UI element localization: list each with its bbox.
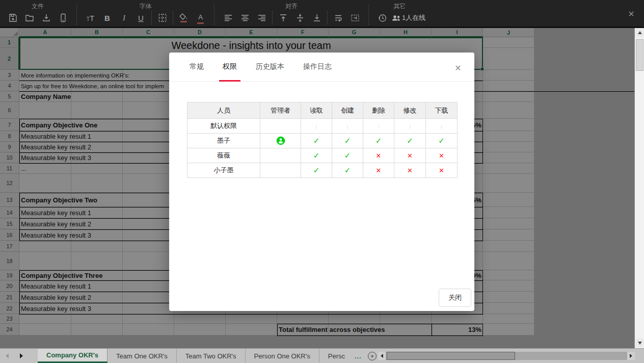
perm-cell-check[interactable]: ✓	[332, 134, 363, 148]
more-sheets-button[interactable]: ...	[351, 349, 366, 363]
perm-cell-manager[interactable]	[260, 134, 301, 148]
perm-cell-check[interactable]: ✓	[301, 163, 332, 178]
perm-cell-cross[interactable]: ✕	[363, 163, 394, 178]
perm-cell-check[interactable]: ✓	[301, 148, 332, 163]
cross-icon: ✕	[439, 152, 444, 160]
perm-cell-arrow[interactable]: ↓	[426, 119, 458, 134]
vertical-scrollbar-thumb[interactable]	[636, 39, 643, 71]
horizontal-scrollbar-thumb[interactable]	[387, 352, 515, 360]
bold-icon[interactable]: B	[99, 11, 116, 24]
align-right-icon[interactable]	[253, 11, 270, 24]
perm-cell-arrow[interactable]: ↓	[363, 119, 394, 134]
download-icon[interactable]	[38, 11, 55, 24]
vertical-scrollbar[interactable]	[634, 28, 644, 348]
toolbar-group-label: 对齐	[285, 2, 298, 10]
toolbar-separator	[327, 11, 328, 24]
check-icon: ✓	[438, 136, 445, 145]
perm-table-row: 小子墨✓✓✕✕✕	[187, 163, 458, 178]
fill-color-icon[interactable]	[175, 11, 192, 24]
scroll-right-button[interactable]	[627, 352, 635, 360]
perm-col-header-5: 删除	[363, 102, 394, 119]
align-top-icon[interactable]	[275, 11, 291, 24]
window-close-icon[interactable]: ✕	[626, 8, 637, 19]
dialog-close-icon[interactable]: ✕	[453, 63, 463, 73]
perm-person-name: 默认权限	[187, 119, 260, 134]
borders-icon[interactable]	[154, 11, 171, 24]
toolbar-group-label: 字体	[140, 2, 152, 10]
perm-cell-arrow[interactable]: ↓	[394, 119, 426, 134]
horizontal-scrollbar[interactable]	[378, 352, 635, 360]
perm-col-header-7: 下载	[426, 102, 458, 119]
dialog-tab-常规[interactable]: 常规	[190, 53, 204, 82]
arrow-down-icon: ↓	[440, 122, 443, 130]
toolbar-group-4: 其它1人在线	[370, 0, 430, 27]
perm-cell-empty[interactable]	[260, 119, 301, 134]
mobile-icon[interactable]	[55, 11, 71, 24]
perm-cell-check[interactable]: ✓	[394, 134, 426, 148]
scroll-up-button[interactable]	[635, 28, 644, 37]
check-icon: ✓	[344, 136, 351, 145]
align-left-icon[interactable]	[220, 11, 236, 24]
perm-cell-cross[interactable]: ✕	[394, 148, 426, 163]
align-middle-icon[interactable]	[291, 11, 308, 24]
perm-cell-cross[interactable]: ✕	[394, 163, 426, 178]
scroll-down-button[interactable]	[635, 339, 644, 348]
dialog-tab-历史版本[interactable]: 历史版本	[256, 53, 284, 82]
tabs-scroll-right-button[interactable]	[14, 349, 29, 363]
horizontal-scrollbar-track[interactable]	[386, 352, 627, 360]
dialog-close-button[interactable]: 关闭	[439, 289, 471, 307]
toolbar-separator	[368, 5, 369, 25]
perm-table-row: 薇薇✓✓✕✕✕	[187, 148, 458, 163]
perm-cell-cross[interactable]: ✕	[426, 148, 458, 163]
align-bottom-icon[interactable]	[308, 11, 325, 24]
plus-icon: +	[368, 352, 377, 360]
perm-cell-cross[interactable]: ✕	[363, 148, 394, 163]
save-icon[interactable]	[4, 11, 21, 24]
sheet-tab-person-one-okr-s[interactable]: Person One OKR's	[246, 349, 319, 363]
sheet-tab-team-two-okr-s[interactable]: Team Two OKR's	[177, 349, 246, 363]
underline-icon[interactable]: U	[132, 11, 149, 24]
tabs-scroll-left-button[interactable]	[0, 349, 14, 363]
arrow-down-icon: ↓	[346, 122, 350, 130]
folder-open-icon[interactable]	[21, 11, 38, 24]
font-color-icon[interactable]: A	[192, 11, 209, 24]
toolbar-group-3: 对齐	[216, 0, 367, 27]
perm-cell-check[interactable]: ✓	[363, 134, 394, 148]
perm-cell-empty[interactable]	[260, 148, 301, 163]
perm-cell-check[interactable]: ✓	[332, 163, 363, 178]
triangle-left-icon	[6, 353, 9, 358]
dialog-tab-bar: 常规权限历史版本操作日志	[169, 53, 474, 82]
toolbar-group-1: 文件	[0, 0, 75, 27]
perm-col-header-6: 修改	[394, 102, 426, 119]
align-center-icon[interactable]	[236, 11, 253, 24]
perm-cell-check[interactable]: ✓	[332, 148, 363, 163]
manager-user-icon	[276, 136, 285, 145]
perm-person-name: 薇薇	[187, 148, 260, 163]
sheet-tab-persc[interactable]: Persc	[319, 349, 351, 363]
toolbar-group-2: 字体TTBIUA	[78, 0, 213, 27]
online-users-icon[interactable]: 1人在线	[391, 11, 425, 24]
arrow-down-icon: ↓	[377, 122, 381, 130]
perm-cell-cross[interactable]: ✕	[426, 163, 458, 178]
scroll-left-button[interactable]	[378, 352, 386, 360]
history-icon[interactable]	[374, 11, 391, 24]
add-sheet-button[interactable]: +	[366, 349, 379, 363]
italic-icon[interactable]: I	[116, 11, 132, 24]
perm-person-name: 墨子	[187, 134, 260, 148]
check-icon: ✓	[313, 136, 320, 145]
merge-cells-icon[interactable]	[346, 11, 363, 24]
sheet-settings-dialog: 常规权限历史版本操作日志 ✕ 人员管理者读取创建删除修改下载 默认权限↓↓↓↓↓…	[169, 53, 474, 311]
font-size-icon[interactable]: TT	[82, 11, 99, 24]
dialog-tab-操作日志[interactable]: 操作日志	[303, 53, 332, 82]
arrow-down-icon: ↓	[315, 122, 318, 130]
perm-cell-check[interactable]: ✓	[301, 134, 332, 148]
sheet-tab-team-one-okr-s[interactable]: Team One OKR's	[108, 349, 177, 363]
sheet-tab-company-okr-s[interactable]: Company OKR's	[38, 349, 108, 363]
perm-cell-arrow[interactable]: ↓	[332, 119, 363, 134]
perm-cell-check[interactable]: ✓	[426, 134, 458, 148]
perm-cell-empty[interactable]	[260, 163, 301, 178]
wrap-text-icon[interactable]	[330, 11, 346, 24]
perm-cell-arrow[interactable]: ↓	[301, 119, 332, 134]
dialog-tab-权限[interactable]: 权限	[223, 53, 237, 82]
toolbar-separator	[173, 11, 173, 24]
